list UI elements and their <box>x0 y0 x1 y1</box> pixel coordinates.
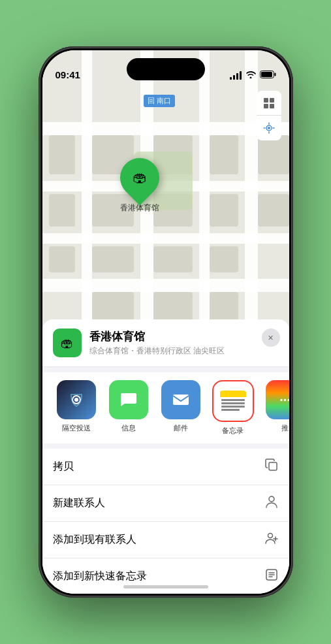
svg-rect-31 <box>264 98 268 103</box>
svg-rect-21 <box>258 194 289 227</box>
svg-rect-11 <box>199 50 210 364</box>
stadium-pin: 🏟 香港体育馆 <box>120 158 159 214</box>
map-label: 回 南口 <box>144 95 175 107</box>
svg-rect-9 <box>82 50 92 364</box>
action-new-contact[interactable]: 新建联系人 <box>42 485 289 522</box>
airdrop-icon <box>57 380 96 419</box>
messages-icon <box>109 380 148 419</box>
person-add-icon <box>264 531 279 549</box>
svg-rect-19 <box>210 194 238 227</box>
svg-point-36 <box>268 127 270 129</box>
svg-rect-33 <box>264 104 268 108</box>
more-icon: ··· <box>266 380 289 419</box>
place-subtitle: 综合体育馆・香港特别行政区 油尖旺区 <box>89 346 279 357</box>
share-item-messages[interactable]: 信息 <box>105 380 152 436</box>
action-list: 拷贝 新建联系人 <box>42 449 289 594</box>
wifi-icon <box>245 70 256 80</box>
mail-icon <box>161 380 200 419</box>
phone-frame: 09:41 <box>39 46 293 598</box>
status-icons <box>230 70 276 82</box>
messages-label: 信息 <box>121 423 136 433</box>
notes-selected-border <box>212 380 254 422</box>
home-indicator <box>123 585 208 588</box>
place-header: 🏟 香港体育馆 综合体育馆・香港特别行政区 油尖旺区 × <box>42 319 289 367</box>
svg-rect-27 <box>153 246 193 272</box>
svg-rect-2 <box>274 72 276 76</box>
place-info: 香港体育馆 综合体育馆・香港特别行政区 油尖旺区 <box>89 329 279 357</box>
pin-icon: 🏟 <box>112 150 167 206</box>
share-row: 隔空投送 信息 <box>42 372 289 443</box>
more-label: 推 <box>281 423 289 433</box>
share-item-more[interactable]: ··· 推 <box>262 380 289 436</box>
action-add-note-label: 添加到新快速备忘录 <box>53 570 147 583</box>
share-item-airdrop[interactable]: 隔空投送 <box>53 380 100 436</box>
mail-label: 邮件 <box>174 423 188 433</box>
svg-rect-40 <box>269 462 277 470</box>
dynamic-island <box>127 58 205 80</box>
status-time: 09:41 <box>55 69 80 82</box>
share-item-notes[interactable]: 备忘录 <box>210 380 257 436</box>
share-item-mail[interactable]: 邮件 <box>157 380 204 436</box>
person-icon <box>264 494 279 512</box>
svg-rect-12 <box>245 50 258 364</box>
signal-icon <box>230 71 242 80</box>
action-add-existing-label: 添加到现有联系人 <box>53 533 136 547</box>
place-name: 香港体育馆 <box>89 329 279 344</box>
svg-rect-28 <box>210 246 238 272</box>
svg-rect-32 <box>270 98 274 103</box>
map-area: 回 南口 <box>42 50 289 364</box>
action-copy-label: 拷贝 <box>53 460 74 474</box>
map-type-button[interactable] <box>257 91 281 116</box>
airdrop-label: 隔空投送 <box>62 423 91 433</box>
action-add-existing-contact[interactable]: 添加到现有联系人 <box>42 522 289 558</box>
svg-point-42 <box>268 534 272 538</box>
svg-point-41 <box>269 496 274 502</box>
notes-icon <box>215 383 251 419</box>
close-button[interactable]: × <box>262 329 280 347</box>
notes-label: 备忘录 <box>222 426 244 436</box>
svg-rect-17 <box>92 246 134 272</box>
svg-point-38 <box>74 398 78 402</box>
place-icon: 🏟 <box>53 329 82 357</box>
bottom-sheet: 🏟 香港体育馆 综合体育馆・香港特别行政区 油尖旺区 × <box>42 319 289 594</box>
svg-rect-1 <box>261 72 272 77</box>
map-controls <box>257 91 281 140</box>
pin-emoji: 🏟 <box>133 169 147 186</box>
svg-rect-39 <box>173 394 189 405</box>
svg-rect-23 <box>49 135 75 174</box>
phone-screen: 09:41 <box>42 50 289 594</box>
location-button[interactable] <box>257 116 281 140</box>
action-new-contact-label: 新建联系人 <box>53 496 105 510</box>
action-copy[interactable]: 拷贝 <box>42 449 289 485</box>
svg-rect-25 <box>49 246 75 272</box>
note-icon <box>264 568 279 585</box>
battery-icon <box>260 71 276 80</box>
svg-rect-34 <box>270 104 274 108</box>
svg-rect-16 <box>210 135 238 174</box>
copy-icon <box>264 458 279 475</box>
svg-rect-24 <box>49 194 75 227</box>
svg-rect-20 <box>258 135 289 174</box>
